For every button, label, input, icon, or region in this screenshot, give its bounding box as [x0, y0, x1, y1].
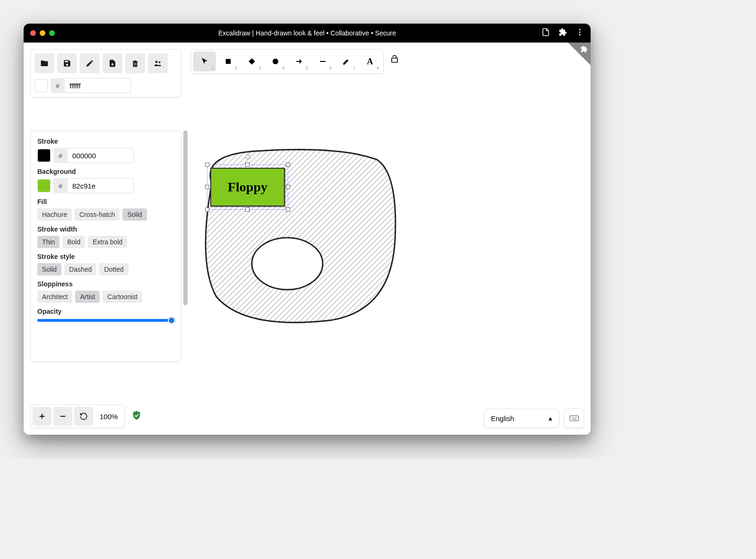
stroke-style-dotted[interactable]: Dotted	[99, 263, 128, 275]
maximize-window-button[interactable]	[49, 30, 55, 36]
resize-handle-sw[interactable]	[205, 207, 209, 212]
stroke-style-solid[interactable]: Solid	[37, 263, 61, 275]
menu-dots-icon[interactable]	[576, 28, 584, 38]
traffic-lights	[30, 30, 55, 36]
resize-handle-nw[interactable]	[205, 163, 209, 167]
svg-point-7	[155, 61, 158, 63]
bottom-left-controls: 100%	[30, 404, 142, 428]
stroke-width-options: Thin Bold Extra bold	[37, 236, 174, 248]
lock-button[interactable]	[387, 52, 402, 66]
resize-handle-se[interactable]	[286, 207, 290, 212]
fill-hachure[interactable]: Hachure	[37, 208, 72, 221]
collab-button[interactable]	[148, 53, 168, 73]
window-title: Excalidraw | Hand-drawn look & feel • Co…	[24, 29, 591, 37]
zoom-value: 100%	[95, 413, 122, 421]
fill-options: Hachure Cross-hatch Solid	[37, 208, 174, 221]
bottom-right-controls: English ▴	[484, 408, 584, 428]
background-swatch[interactable]	[37, 179, 51, 192]
stroke-width-bold[interactable]: Bold	[62, 236, 85, 248]
tool-draw[interactable]: 7	[335, 52, 358, 71]
stroke-label: Stroke	[37, 138, 174, 145]
opacity-label: Opacity	[37, 308, 174, 315]
svg-rect-9	[226, 59, 231, 64]
svg-rect-16	[570, 416, 578, 421]
zoom-reset-button[interactable]	[74, 407, 93, 426]
tool-shelf: 1 2 3 4 5 6 7	[191, 49, 384, 74]
close-window-button[interactable]	[30, 30, 36, 36]
keyboard-shortcuts-button[interactable]	[564, 408, 584, 428]
props-scrollbar[interactable]	[183, 130, 188, 305]
stroke-color-input[interactable]	[68, 148, 134, 163]
tool-selection[interactable]: 1	[193, 52, 216, 71]
svg-rect-18	[573, 417, 574, 418]
svg-point-2	[579, 34, 581, 35]
resize-handle-n[interactable]	[245, 163, 249, 167]
export-button[interactable]	[103, 53, 122, 73]
tool-line[interactable]: 6	[311, 52, 334, 71]
tool-text[interactable]: A 8	[359, 52, 381, 71]
canvas-bg-swatch[interactable]	[34, 79, 48, 92]
resize-handle-w[interactable]	[205, 185, 209, 189]
document-icon[interactable]	[541, 28, 550, 38]
shield-icon[interactable]	[131, 410, 142, 422]
resize-handle-s[interactable]	[245, 207, 249, 212]
tool-rectangle[interactable]: 2	[217, 52, 240, 71]
svg-point-0	[579, 29, 581, 30]
tool-arrow[interactable]: 5	[288, 52, 310, 71]
resize-handle-e[interactable]	[286, 185, 290, 189]
svg-point-10	[273, 59, 278, 64]
sloppiness-label: Sloppiness	[37, 280, 174, 288]
stroke-style-label: Stroke style	[37, 253, 174, 260]
stroke-width-extrabold[interactable]: Extra bold	[88, 236, 127, 248]
zoom-controls: 100%	[30, 404, 125, 428]
file-toolbar: #	[30, 49, 181, 97]
language-value: English	[491, 414, 514, 422]
tool-diamond[interactable]: 3	[241, 52, 263, 71]
svg-point-1	[579, 32, 581, 33]
title-actions	[541, 28, 584, 38]
save-as-button[interactable]	[80, 53, 100, 73]
background-label: Background	[37, 168, 174, 175]
hash-label: #	[51, 78, 65, 93]
selection-outline	[207, 164, 288, 210]
sloppiness-options: Architect Artist Cartoonist	[37, 291, 174, 303]
sloppiness-architect[interactable]: Architect	[37, 291, 72, 303]
zoom-in-button[interactable]	[33, 407, 52, 426]
titlebar: Excalidraw | Hand-drawn look & feel • Co…	[24, 24, 591, 43]
extension-icon[interactable]	[558, 28, 567, 38]
chevron-up-icon: ▴	[549, 414, 552, 422]
svg-rect-17	[571, 417, 572, 418]
minimize-window-button[interactable]	[40, 30, 45, 36]
open-button[interactable]	[34, 53, 54, 73]
save-button[interactable]	[57, 53, 77, 73]
svg-rect-19	[575, 417, 576, 418]
stroke-style-dashed[interactable]: Dashed	[64, 263, 96, 275]
canvas-bg-input[interactable]	[65, 78, 131, 93]
fill-label: Fill	[37, 198, 174, 206]
app-window: Excalidraw | Hand-drawn look & feel • Co…	[24, 24, 591, 435]
svg-point-8	[159, 61, 161, 63]
language-select[interactable]: English ▴	[484, 409, 559, 428]
sloppiness-artist[interactable]: Artist	[75, 291, 100, 303]
opacity-thumb[interactable]	[168, 317, 175, 324]
background-color-input[interactable]	[68, 178, 134, 193]
rotation-handle[interactable]	[245, 155, 250, 159]
stroke-width-thin[interactable]: Thin	[37, 236, 60, 248]
opacity-slider[interactable]	[37, 319, 174, 322]
tool-ellipse[interactable]: 4	[264, 52, 287, 71]
fill-solid[interactable]: Solid	[122, 208, 146, 221]
svg-rect-20	[576, 417, 577, 418]
stroke-swatch[interactable]	[37, 149, 51, 162]
properties-panel: Stroke # Background # Fill Hachure Cros	[30, 130, 181, 362]
resize-handle-ne[interactable]	[286, 163, 290, 167]
stroke-style-options: Solid Dashed Dotted	[37, 263, 174, 275]
zoom-out-button[interactable]	[53, 407, 72, 426]
plug-icon	[580, 45, 588, 55]
sloppiness-cartoonist[interactable]: Cartoonist	[103, 291, 142, 303]
stroke-width-label: Stroke width	[37, 225, 174, 233]
svg-rect-21	[572, 419, 576, 420]
scrollbar-thumb[interactable]	[183, 130, 188, 305]
delete-button[interactable]	[125, 53, 145, 73]
fill-crosshatch[interactable]: Cross-hatch	[75, 208, 120, 221]
app-body: Floppy	[24, 43, 591, 435]
